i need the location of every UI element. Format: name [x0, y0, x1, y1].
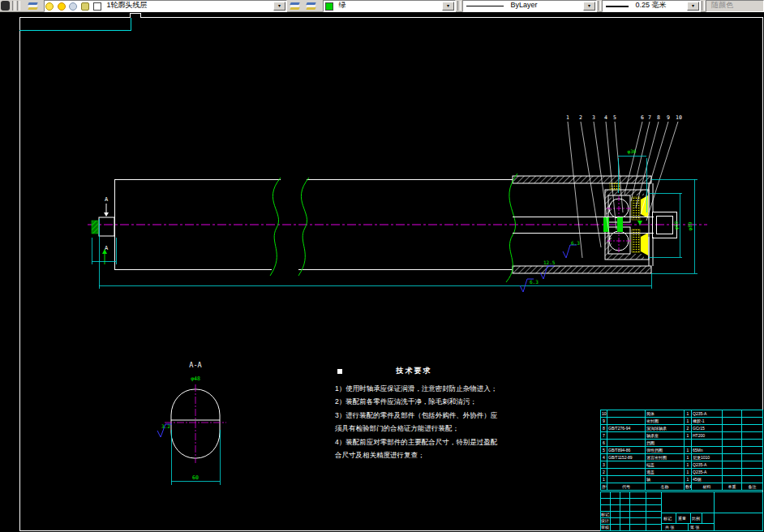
plot-style-combobox: 随颜色 — [706, 0, 764, 12]
tech-req-line: 2）装配前各零件应清洗干净，除毛刺和清污； — [335, 395, 501, 408]
layer-on-bulb-icon[interactable] — [45, 2, 54, 11]
bom-cell-name: 挡圈 — [646, 440, 685, 447]
layer-lock-plot-icon[interactable] — [81, 2, 89, 11]
bom-table: 10 筒体 1 Q235-A 9 密封圈 1 橡胶-1 — [600, 410, 763, 491]
bom-cell-material: Q235-A — [692, 410, 723, 418]
layer-thaw-sun-icon[interactable] — [58, 2, 66, 11]
bom-cell-remark — [742, 432, 763, 440]
layer-dropdown-arrow-icon[interactable]: ▾ — [273, 2, 285, 11]
bom-cell-no: 3 — [601, 461, 607, 469]
tb-stage-cell-1: 标记 — [663, 516, 672, 521]
bom-cell-qty: 1 — [685, 432, 692, 440]
bom-cell-weight — [723, 410, 742, 418]
bearing-assembly — [605, 183, 649, 260]
bom-cell-weight — [723, 440, 742, 447]
balloon-8: 8 — [657, 114, 660, 121]
roughness-r2: 6.3 — [571, 240, 580, 246]
bom-cell-qty: 1 — [685, 447, 692, 454]
toolbar-separator — [598, 1, 601, 11]
roughness-r1: 6.3 — [530, 279, 539, 285]
bom-cell-name: 密封圈 — [646, 418, 685, 425]
balloon-2: 2 — [579, 114, 582, 121]
bom-row: 7 轴承座 1 HT200 — [601, 432, 763, 440]
linetype-combobox[interactable]: ByLayer ▾ — [462, 0, 597, 12]
viewport-corner-box — [19, 18, 131, 30]
bom-cell-qty: 1 — [685, 476, 692, 483]
bom-cell-code: GB/T276-94 — [607, 425, 646, 432]
bom-cell-qty: 1 — [685, 461, 692, 469]
make-object-layer-current-button[interactable] — [289, 1, 302, 11]
layer-combobox[interactable]: 1轮廓头线层 ▾ — [44, 0, 287, 12]
color-combobox[interactable]: 绿 ▾ — [323, 0, 456, 12]
linetype-sample-line — [466, 6, 504, 6]
bom-row: 6 挡圈 — [601, 440, 763, 447]
bom-rows: 10 筒体 1 Q235-A 9 密封圈 1 橡胶-1 — [601, 410, 763, 483]
lineweight-value-text: 0.25 毫米 — [636, 1, 667, 10]
bom-cell-code: GB/T894-86 — [607, 447, 646, 454]
bom-cell-code: GB/T1152-89 — [607, 454, 646, 461]
bom-cell-no: 6 — [601, 440, 607, 447]
bom-row: 1 轴 1 45钢 — [601, 476, 763, 483]
bom-cell-remark — [742, 440, 763, 447]
bom-cell-name: 透盖 — [646, 469, 685, 476]
layer-freeze-icon[interactable] — [69, 2, 77, 11]
bom-cell-name: 端盖 — [646, 461, 685, 469]
roughness-aa: 3.2 — [161, 423, 170, 429]
layer-color-swatch[interactable] — [93, 2, 101, 11]
bom-cell-name: 弹性挡圈 — [646, 447, 685, 454]
aa-section-view: A-A φ48 60 3.2 — [157, 361, 226, 485]
layer-previous-icon — [306, 2, 317, 11]
bom-cell-qty: 1 — [685, 410, 692, 418]
bom-cell-weight — [723, 425, 742, 432]
tb-stage-cell-3: 比例 — [692, 516, 700, 521]
bom-header-code: 代号 — [607, 483, 646, 491]
lineweight-dropdown-arrow-icon[interactable]: ▾ — [687, 2, 699, 11]
bom-cell-material: 尼龙1010 — [692, 454, 723, 461]
balloon-4: 4 — [604, 114, 607, 121]
bom-cell-no: 9 — [601, 418, 607, 425]
bom-cell-material: Q235-A — [692, 469, 723, 476]
bom-cell-remark — [742, 425, 763, 432]
bom-header-no: 序号 — [601, 483, 607, 491]
linetype-name-text: ByLayer — [511, 1, 538, 10]
toolbar-separator — [12, 1, 15, 11]
tb-stage-cell-2: 重量 — [678, 516, 686, 521]
bom-cell-no: 2 — [601, 469, 607, 476]
bom-cell-material: GCr15 — [692, 425, 723, 432]
bom-header-name: 名称 — [646, 483, 685, 491]
bom-cell-remark — [742, 454, 763, 461]
balloon-numbers: 1 2 3 4 5 6 7 8 9 10 — [566, 114, 682, 121]
tech-req-bullet — [337, 369, 342, 374]
aa-width-dim: φ48 — [191, 375, 200, 382]
lineweight-combobox[interactable]: 0.25 毫米 ▾ — [602, 0, 701, 12]
tb-left-row-1: 标记 — [600, 512, 609, 517]
bom-cell-weight — [723, 454, 742, 461]
bom-cell-name: 深沟球轴承 — [646, 425, 685, 432]
color-dropdown-arrow-icon[interactable]: ▾ — [442, 2, 454, 11]
layers-properties-toolbar: 1轮廓头线层 ▾ 绿 ▾ ByLayer ▾ 0.25 毫米 ▾ 随 — [0, 0, 764, 12]
layer-previous-button[interactable] — [304, 1, 319, 11]
bom-cell-code — [607, 432, 646, 440]
toolbar-separator — [457, 1, 461, 11]
bom-header-material: 材料 — [692, 483, 723, 491]
balloon-3: 3 — [592, 114, 595, 121]
section-cut-marks: A A — [102, 196, 109, 264]
bom-cell-qty: 1 — [685, 454, 692, 461]
bom-row: 10 筒体 1 Q235-A — [601, 410, 763, 418]
tech-req-line: 1）使用时轴承应保证润滑，注意密封防止杂物进入； — [335, 382, 501, 395]
seal-bottom — [641, 233, 648, 255]
bom-cell-remark — [742, 461, 763, 469]
bom-cell-code — [607, 476, 646, 483]
tb-left-row-2: 设计 — [600, 518, 609, 523]
bom-cell-weight — [723, 432, 742, 440]
bom-cell-name: 轴 — [646, 476, 685, 483]
tb-sheet-cell-1: 共 张 — [665, 525, 675, 530]
aa-height-dim: 60 — [192, 474, 199, 481]
linetype-dropdown-arrow-icon[interactable]: ▾ — [583, 2, 595, 11]
toolbar-grip-icon[interactable] — [1, 1, 10, 11]
balloon-9: 9 — [667, 114, 670, 121]
bom-row: 9 密封圈 1 橡胶-1 — [601, 418, 763, 425]
bom-cell-code — [607, 418, 646, 425]
bom-cell-weight — [723, 469, 742, 476]
layer-manager-button[interactable] — [26, 1, 41, 11]
